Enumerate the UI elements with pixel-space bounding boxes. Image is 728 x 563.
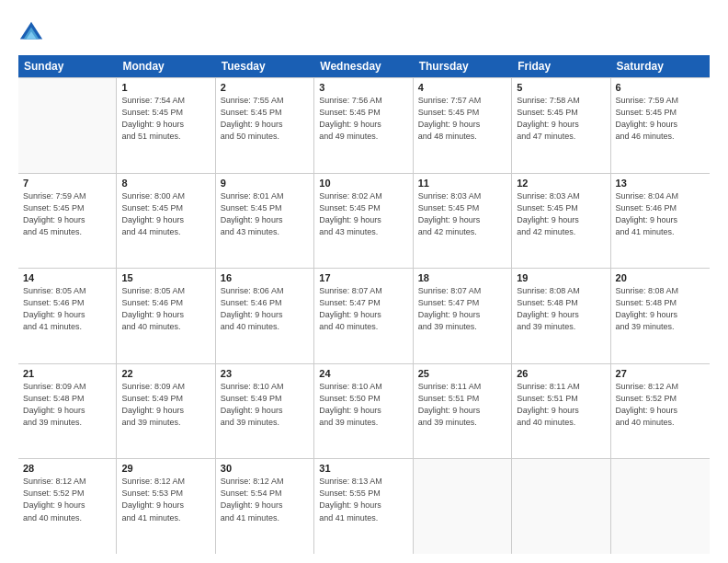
calendar-cell: 1Sunrise: 7:54 AM Sunset: 5:45 PM Daylig… (117, 78, 215, 173)
calendar-cell: 15Sunrise: 8:05 AM Sunset: 5:46 PM Dayli… (117, 269, 215, 363)
day-number: 7 (23, 178, 111, 189)
day-info: Sunrise: 8:03 AM Sunset: 5:45 PM Dayligh… (418, 190, 506, 238)
calendar-cell: 20Sunrise: 8:08 AM Sunset: 5:48 PM Dayli… (611, 269, 710, 363)
day-info: Sunrise: 8:00 AM Sunset: 5:45 PM Dayligh… (121, 190, 210, 238)
calendar-body: 1Sunrise: 7:54 AM Sunset: 5:45 PM Daylig… (18, 77, 710, 554)
day-number: 23 (221, 368, 309, 379)
calendar-week-5: 28Sunrise: 8:12 AM Sunset: 5:52 PM Dayli… (18, 459, 710, 554)
day-info: Sunrise: 8:11 AM Sunset: 5:51 PM Dayligh… (517, 381, 605, 429)
calendar-cell: 28Sunrise: 8:12 AM Sunset: 5:52 PM Dayli… (18, 459, 117, 554)
calendar-cell: 21Sunrise: 8:09 AM Sunset: 5:48 PM Dayli… (18, 364, 117, 459)
day-info: Sunrise: 8:03 AM Sunset: 5:45 PM Dayligh… (517, 190, 605, 238)
day-number: 21 (23, 368, 111, 379)
calendar-header: SundayMondayTuesdayWednesdayThursdayFrid… (18, 55, 710, 77)
day-info: Sunrise: 8:07 AM Sunset: 5:47 PM Dayligh… (418, 285, 506, 333)
day-number: 28 (23, 463, 111, 474)
calendar-cell: 22Sunrise: 8:09 AM Sunset: 5:49 PM Dayli… (117, 364, 215, 459)
day-number: 22 (121, 368, 210, 379)
header-day-sunday: Sunday (18, 55, 117, 77)
calendar-cell: 13Sunrise: 8:04 AM Sunset: 5:46 PM Dayli… (611, 174, 710, 269)
day-info: Sunrise: 7:57 AM Sunset: 5:45 PM Dayligh… (418, 95, 506, 143)
day-info: Sunrise: 7:59 AM Sunset: 5:45 PM Dayligh… (616, 95, 705, 143)
day-number: 4 (418, 82, 506, 93)
calendar-cell: 7Sunrise: 7:59 AM Sunset: 5:45 PM Daylig… (18, 174, 117, 269)
calendar-cell: 14Sunrise: 8:05 AM Sunset: 5:46 PM Dayli… (18, 269, 117, 363)
calendar-cell: 23Sunrise: 8:10 AM Sunset: 5:49 PM Dayli… (216, 364, 314, 459)
header-day-wednesday: Wednesday (314, 55, 413, 77)
header-day-tuesday: Tuesday (216, 55, 314, 77)
calendar-cell: 8Sunrise: 8:00 AM Sunset: 5:45 PM Daylig… (117, 174, 215, 269)
day-info: Sunrise: 7:56 AM Sunset: 5:45 PM Dayligh… (319, 95, 407, 143)
calendar-cell: 3Sunrise: 7:56 AM Sunset: 5:45 PM Daylig… (314, 78, 413, 173)
day-number: 30 (221, 463, 309, 474)
day-info: Sunrise: 8:01 AM Sunset: 5:45 PM Dayligh… (221, 190, 309, 238)
day-info: Sunrise: 8:12 AM Sunset: 5:52 PM Dayligh… (23, 476, 111, 523)
day-number: 16 (221, 272, 309, 283)
calendar-cell: 5Sunrise: 7:58 AM Sunset: 5:45 PM Daylig… (512, 78, 610, 173)
day-number: 9 (221, 178, 309, 189)
day-number: 8 (121, 178, 210, 189)
day-number: 26 (517, 368, 605, 379)
calendar-cell: 19Sunrise: 8:08 AM Sunset: 5:48 PM Dayli… (512, 269, 610, 363)
day-number: 29 (121, 463, 210, 474)
header-day-thursday: Thursday (414, 55, 512, 77)
day-number: 14 (23, 272, 111, 283)
calendar-cell: 30Sunrise: 8:12 AM Sunset: 5:54 PM Dayli… (216, 459, 314, 554)
day-number: 20 (616, 272, 705, 283)
day-info: Sunrise: 8:10 AM Sunset: 5:50 PM Dayligh… (319, 381, 407, 429)
day-number: 3 (319, 82, 407, 93)
calendar-cell: 27Sunrise: 8:12 AM Sunset: 5:52 PM Dayli… (611, 364, 710, 459)
calendar-cell (611, 459, 710, 554)
calendar-cell: 26Sunrise: 8:11 AM Sunset: 5:51 PM Dayli… (512, 364, 610, 459)
day-info: Sunrise: 8:12 AM Sunset: 5:52 PM Dayligh… (616, 381, 705, 429)
calendar-week-3: 14Sunrise: 8:05 AM Sunset: 5:46 PM Dayli… (18, 269, 710, 364)
calendar-cell: 2Sunrise: 7:55 AM Sunset: 5:45 PM Daylig… (216, 78, 314, 173)
day-info: Sunrise: 8:10 AM Sunset: 5:49 PM Dayligh… (221, 381, 309, 429)
day-info: Sunrise: 8:05 AM Sunset: 5:46 PM Dayligh… (121, 285, 210, 333)
day-number: 25 (418, 368, 506, 379)
calendar-week-4: 21Sunrise: 8:09 AM Sunset: 5:48 PM Dayli… (18, 364, 710, 460)
day-number: 17 (319, 272, 407, 283)
day-number: 10 (319, 178, 407, 189)
calendar-cell: 24Sunrise: 8:10 AM Sunset: 5:50 PM Dayli… (314, 364, 413, 459)
calendar-cell: 11Sunrise: 8:03 AM Sunset: 5:45 PM Dayli… (414, 174, 512, 269)
day-number: 11 (418, 178, 506, 189)
calendar-cell: 29Sunrise: 8:12 AM Sunset: 5:53 PM Dayli… (117, 459, 215, 554)
calendar-cell: 17Sunrise: 8:07 AM Sunset: 5:47 PM Dayli… (314, 269, 413, 363)
day-info: Sunrise: 8:09 AM Sunset: 5:49 PM Dayligh… (121, 381, 210, 429)
calendar-week-1: 1Sunrise: 7:54 AM Sunset: 5:45 PM Daylig… (18, 77, 710, 174)
day-number: 15 (121, 272, 210, 283)
calendar-cell: 10Sunrise: 8:02 AM Sunset: 5:45 PM Dayli… (314, 174, 413, 269)
calendar-cell: 6Sunrise: 7:59 AM Sunset: 5:45 PM Daylig… (611, 78, 710, 173)
calendar-cell: 31Sunrise: 8:13 AM Sunset: 5:55 PM Dayli… (314, 459, 413, 554)
day-number: 19 (517, 272, 605, 283)
day-info: Sunrise: 8:04 AM Sunset: 5:46 PM Dayligh… (616, 190, 705, 238)
day-number: 5 (517, 82, 605, 93)
day-number: 2 (221, 82, 309, 93)
day-number: 18 (418, 272, 506, 283)
day-info: Sunrise: 8:12 AM Sunset: 5:54 PM Dayligh… (221, 476, 309, 523)
day-info: Sunrise: 8:08 AM Sunset: 5:48 PM Dayligh… (616, 285, 705, 333)
day-info: Sunrise: 7:59 AM Sunset: 5:45 PM Dayligh… (23, 190, 111, 238)
day-info: Sunrise: 8:11 AM Sunset: 5:51 PM Dayligh… (418, 381, 506, 429)
calendar-week-2: 7Sunrise: 7:59 AM Sunset: 5:45 PM Daylig… (18, 174, 710, 270)
calendar-cell: 9Sunrise: 8:01 AM Sunset: 5:45 PM Daylig… (216, 174, 314, 269)
day-info: Sunrise: 8:06 AM Sunset: 5:46 PM Dayligh… (221, 285, 309, 333)
day-info: Sunrise: 7:54 AM Sunset: 5:45 PM Dayligh… (121, 95, 210, 143)
day-number: 24 (319, 368, 407, 379)
calendar-cell: 25Sunrise: 8:11 AM Sunset: 5:51 PM Dayli… (414, 364, 512, 459)
header-day-saturday: Saturday (611, 55, 710, 77)
calendar-cell: 4Sunrise: 7:57 AM Sunset: 5:45 PM Daylig… (414, 78, 512, 173)
day-info: Sunrise: 8:08 AM Sunset: 5:48 PM Dayligh… (517, 285, 605, 333)
day-number: 27 (616, 368, 705, 379)
calendar-cell: 12Sunrise: 8:03 AM Sunset: 5:45 PM Dayli… (512, 174, 610, 269)
day-number: 13 (616, 178, 705, 189)
logo-icon (18, 20, 44, 46)
day-info: Sunrise: 7:58 AM Sunset: 5:45 PM Dayligh… (517, 95, 605, 143)
calendar-cell (512, 459, 610, 554)
day-info: Sunrise: 8:05 AM Sunset: 5:46 PM Dayligh… (23, 285, 111, 333)
calendar: SundayMondayTuesdayWednesdayThursdayFrid… (18, 55, 710, 554)
header (18, 17, 710, 46)
day-info: Sunrise: 8:07 AM Sunset: 5:47 PM Dayligh… (319, 285, 407, 333)
header-day-friday: Friday (512, 55, 610, 77)
